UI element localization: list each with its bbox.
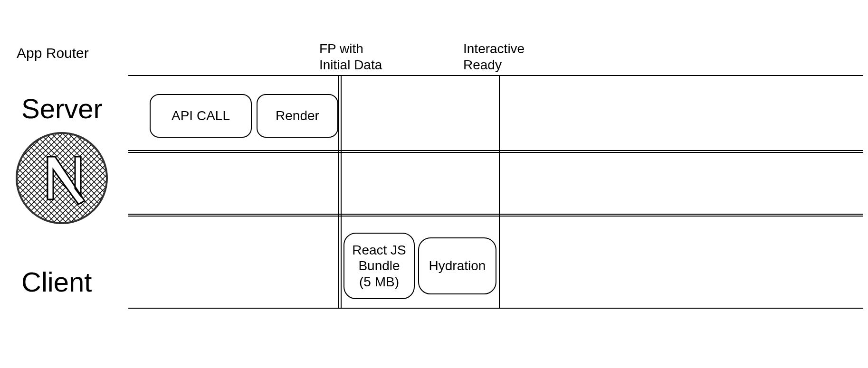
server-row-label: Server [21,93,103,124]
nextjs-logo-icon [14,131,109,226]
grid-line [128,308,863,309]
grid-line [128,75,863,76]
box-react-bundle: React JS Bundle (5 MB) [343,233,415,299]
marker-interactive-label: Interactive Ready [463,41,525,73]
box-api-call: API CALL [150,94,252,138]
client-row-label: Client [21,266,92,298]
grid-line [128,214,863,215]
box-hydration: Hydration [418,237,496,294]
marker-fp-label: FP with Initial Data [319,41,382,73]
grid-line [128,150,863,151]
marker-line-interactive [499,75,500,308]
marker-line-fp [338,75,339,308]
box-render: Render [257,94,338,138]
diagram-title: App Router [17,45,89,61]
